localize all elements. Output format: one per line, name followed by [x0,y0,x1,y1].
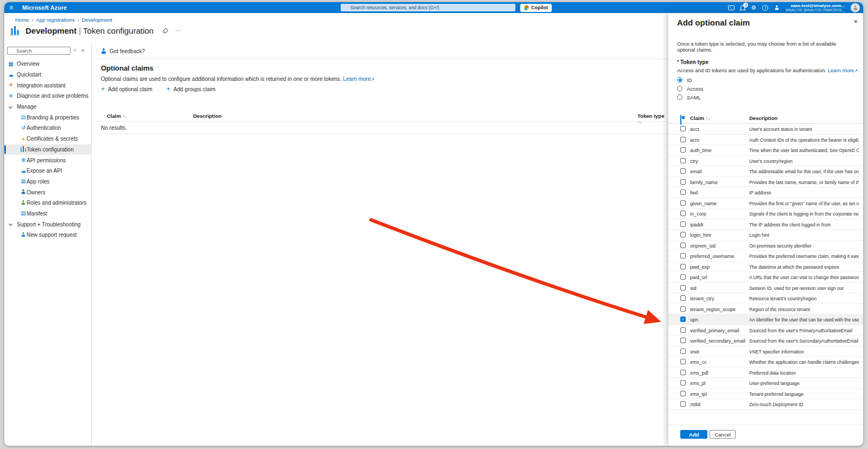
add-button[interactable]: Add [680,430,707,439]
claim-row-pwd_exp[interactable]: pwd_expThe datetime at which the passwor… [668,262,863,273]
got-feedback-button[interactable]: Got feedback? [101,48,145,54]
sidebar-item-api-permissions[interactable]: ⊕API permissions [4,155,91,166]
claim-checkbox[interactable] [680,338,686,343]
claim-row-tenant_region_scope[interactable]: tenant_region_scopeRegion of the resourc… [668,304,863,315]
claim-checkbox[interactable] [680,179,686,185]
sidebar-search-input[interactable] [7,47,71,55]
claim-checkbox[interactable] [680,168,686,174]
copilot-button[interactable]: Copilot [520,4,552,12]
claim-checkbox[interactable] [680,126,686,131]
claim-row-xms_cc[interactable]: xms_ccWhether the application can handle… [668,357,863,368]
claim-checkbox[interactable] [680,380,686,385]
sidebar-item-quickstart[interactable]: ☁Quickstart [4,69,91,80]
claim-row-in_corp[interactable]: in_corpSignals if the client is logging … [668,208,863,219]
claim-row-onprem_sid[interactable]: onprem_sidOn-premises security identifie… [668,241,863,251]
sidebar-item-overview[interactable]: ▦Overview [4,59,91,69]
sidebar-item-manifest[interactable]: ▤Manifest [4,208,91,219]
breadcrumb-link-app-registrations[interactable]: App registrations [36,17,74,23]
close-icon[interactable]: × [853,18,858,25]
claim-checkbox[interactable] [680,359,686,364]
token-type-radio-id[interactable]: ID [677,75,704,84]
claim-checkbox[interactable] [680,222,686,227]
sidebar-collapse-icon[interactable]: « [81,47,85,53]
brand-title[interactable]: Microsoft Azure [22,4,67,11]
notifications-bell-icon[interactable]: 2 [741,5,745,10]
sidebar-item-support-troubleshooting[interactable]: Support + Troubleshooting [4,219,91,230]
claim-row-upn[interactable]: ✓upnAn identifier for the user that can … [668,314,863,325]
column-description[interactable]: Description [193,113,221,119]
claim-row-tenant_ctry[interactable]: tenant_ctryResource tenant's country/reg… [668,293,863,304]
claim-checkbox[interactable]: ✓ [680,317,686,322]
learn-more-link[interactable]: Learn more [343,76,371,82]
add-groups-claim-button[interactable]: +Add groups claim [167,86,215,92]
claim-checkbox[interactable] [680,306,686,312]
pin-icon[interactable] [161,27,169,34]
claim-row-fwd[interactable]: fwdIP address [668,187,863,198]
sidebar-item-branding-properties[interactable]: ▤Branding & properties [4,112,91,123]
claim-row-acct[interactable]: acctUser's account status in tenant [668,124,863,135]
claim-row-ztdid[interactable]: ztdidZero-touch Deployment ID [668,399,863,410]
settings-gear-icon[interactable]: ⚙ [751,5,756,11]
claim-row-acrs[interactable]: acrsAuth Context IDs of the operations t… [668,135,863,146]
token-type-radio-access[interactable]: Access [677,84,704,93]
learn-more-link[interactable]: Learn more [828,67,854,73]
sidebar-item-authentication[interactable]: ↺Authentication [4,123,91,134]
claim-checkbox[interactable] [680,211,686,216]
claim-checkbox[interactable] [680,285,686,290]
claim-row-ipaddr[interactable]: ipaddrThe IP address the client logged i… [668,219,863,230]
column-token-type[interactable]: Token type ↑↓ [637,113,668,125]
claim-row-ctry[interactable]: ctryUser's country/region [668,156,863,167]
sidebar-item-new-support-request[interactable]: New support request [4,230,91,241]
sidebar-item-integration-assistant[interactable]: ✈Integration assistant [4,80,91,91]
claim-row-xms_pl[interactable]: xms_plUser-preferred language [668,378,863,389]
sidebar-item-app-roles[interactable]: ▦App roles [4,176,91,187]
claim-row-xms_tpl[interactable]: xms_tplTenant-preferred language [668,389,863,400]
claim-checkbox[interactable] [680,137,686,142]
claim-row-xms_pdl[interactable]: xms_pdlPreferred data location [668,368,863,378]
claim-checkbox[interactable] [680,274,686,280]
sidebar-item-expose-an-api[interactable]: ☁Expose an API [4,166,91,176]
claim-checkbox[interactable] [680,349,686,354]
claim-checkbox[interactable] [680,370,686,375]
claim-checkbox[interactable] [680,158,686,163]
claim-row-vnet[interactable]: vnetVNET specifier information [668,346,863,357]
cancel-button[interactable]: Cancel [710,430,736,439]
avatar[interactable] [851,3,860,12]
claim-checkbox[interactable] [680,401,686,407]
claim-row-preferred_username[interactable]: preferred_usernameProvides the preferred… [668,251,863,262]
global-search-input[interactable] [341,4,515,11]
claim-checkbox[interactable] [680,253,686,258]
claim-checkbox[interactable] [680,243,686,248]
hamburger-menu-icon[interactable]: ≡ [9,4,13,11]
help-icon[interactable]: ? [762,5,768,11]
claim-checkbox[interactable] [680,232,686,237]
breadcrumb-link-home[interactable]: Home [15,17,29,23]
add-optional-claim-button[interactable]: +Add optional claim [101,86,152,92]
claim-checkbox[interactable] [680,391,686,396]
claim-checkbox[interactable] [680,189,686,195]
claim-checkbox[interactable] [680,295,686,301]
claim-row-login_hint[interactable]: login_hintLogin hint [668,230,863,241]
feedback-icon[interactable] [774,5,780,10]
sidebar-item-manage[interactable]: Manage [4,102,91,112]
claim-checkbox[interactable] [680,147,686,153]
claim-row-pwd_url[interactable]: pwd_urlA URL that the user can visit to … [668,272,863,283]
sidebar-item-roles-and-administrators[interactable]: Roles and administrators [4,198,91,208]
account-menu[interactable]: saas-test@binalyze.onm... BINALYZE (BINA… [786,3,845,12]
claim-row-given_name[interactable]: given_nameProvides the first or "given" … [668,198,863,209]
token-type-radio-saml[interactable]: SAML [677,93,704,102]
claim-row-family_name[interactable]: family_nameProvides the last name, surna… [668,177,863,188]
sidebar-item-token-configuration[interactable]: Token configuration [4,144,91,155]
claim-row-auth_time[interactable]: auth_timeTime when the user last authent… [668,145,863,156]
claim-row-verified_primary_email[interactable]: verified_primary_emailSourced from the u… [668,325,863,336]
cloud-shell-icon[interactable]: >_ [728,5,735,10]
claim-checkbox[interactable] [680,264,686,269]
more-options-icon[interactable]: ⋯ [175,27,182,34]
sidebar-item-certificates-secrets[interactable]: ♦Certificates & secrets [4,134,91,144]
column-claim[interactable]: Claim ↑↓ [107,113,127,119]
sidebar-item-diagnose-and-solve-problems[interactable]: ✕Diagnose and solve problems [4,91,91,102]
breadcrumb-link-development[interactable]: Development [82,17,112,23]
sidebar-search-clear-icon[interactable]: × [73,47,76,53]
claims-column-claim[interactable]: Claim ↑↓ [690,115,710,121]
sidebar-item-owners[interactable]: Owners [4,187,91,198]
